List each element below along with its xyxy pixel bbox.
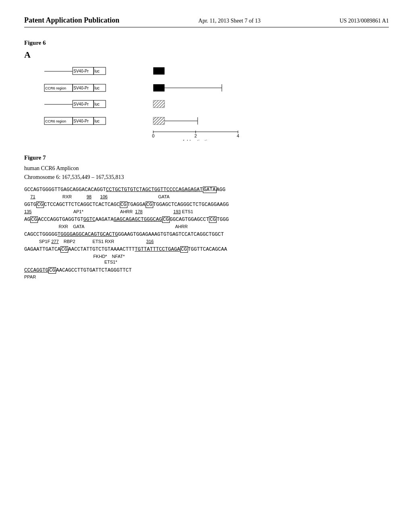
seq-line-1: GCCAGTGGGGTTGAGCAGGACACAGGTCCTGCTGTGTCTA… (24, 186, 389, 194)
svg-text:SV40-Pr: SV40-Pr (73, 86, 89, 90)
seq-line-3: AGCGACCCAGGTGAGGTGTGGTCAAGATAGAGCAGAGCTG… (24, 216, 389, 224)
publication-date-sheet: Apr. 11, 2013 Sheet 7 of 13 (198, 18, 261, 24)
seq-annot-3: RXR GATA AHRR (24, 224, 389, 229)
page-header: Patent Application Publication Apr. 11, … (24, 16, 389, 27)
figure6-svg: SV40-Pr luc CCR6 region SV40-Pr luc (40, 64, 266, 141)
figure7-label: Figure 7 (24, 154, 389, 161)
svg-rect-28 (153, 117, 165, 125)
figure6-label: Figure 6 (24, 39, 389, 46)
svg-text:SV40-Pr: SV40-Pr (73, 119, 89, 123)
svg-rect-21 (153, 100, 165, 108)
seq-annot-1: 71 RXR 98 106 GATA (24, 194, 389, 200)
dna-sequence-section: GCCAGTGGGGTTGAGCAGGACACAGGTCCTGCTGTGTCTA… (24, 186, 389, 280)
seq-block-6: CCCAGGTGCGAACAGCCTTGTGATTCTAGGGTTCT PPAR (24, 267, 389, 280)
seq-block-2: GGTGCGCTCCAGCTTCTCAGGCTCACTCAGCCGTGAGGAC… (24, 201, 389, 214)
seq-line-6: CCCAGGTGCGAACAGCCTTGTGATTCTAGGGTTCT (24, 267, 389, 274)
svg-text:luc: luc (94, 86, 100, 90)
seq-line-2: GGTGCGCTCCAGCTTCTCAGGCTCACTCAGCCGTGAGGAC… (24, 201, 389, 209)
seq-block-4: CAGCCTGGGGGTGGGGAGGCACAGTGCACTGGGAAGTGGA… (24, 231, 389, 244)
svg-text:4: 4 (237, 133, 239, 138)
figure7-title: human CCR6 Amplicon (24, 165, 389, 172)
seq-line-5: GAGAATTGATCACGAACCTATTGTCTGTAAAACTTTTGTT… (24, 246, 389, 254)
svg-text:2: 2 (194, 133, 197, 138)
publication-title: Patent Application Publication (24, 16, 119, 25)
seq-annot-2: 135 AP1* AHRR 178 193 ETS1 (24, 209, 389, 214)
figure7: Figure 7 human CCR6 Amplicon Chromosome … (24, 154, 389, 280)
publication-number: US 2013/0089861 A1 (340, 18, 389, 24)
figure6-chart: SV40-Pr luc CCR6 region SV40-Pr luc (40, 64, 389, 142)
seq-block-3: AGCGACCCAGGTGAGGTGTGGTCAAGATAGAGCAGAGCTG… (24, 216, 389, 229)
seq-annot-6: PPAR (24, 274, 389, 280)
seq-annot-5b: ETS1* (24, 259, 389, 265)
seq-block-5: GAGAATTGATCACGAACCTATTGTCTGTAAAACTTTTGTT… (24, 246, 389, 265)
svg-rect-5 (153, 67, 165, 75)
figure6: Figure 6 A SV40-Pr luc CCR6 region SV (24, 39, 389, 142)
seq-line-4: CAGCCTGGGGGTGGGGAGGCACAGTGCACTGGGAAGTGGA… (24, 231, 389, 239)
svg-text:luc: luc (94, 69, 100, 73)
svg-rect-12 (153, 84, 165, 91)
svg-text:x-fold activation: x-fold activation (179, 139, 212, 141)
figure6-sublabel: A (24, 50, 389, 60)
seq-annot-4: SP1F 277 RBP2 ETS1 RXR 316 (24, 239, 389, 244)
svg-text:luc: luc (94, 102, 100, 106)
figure7-subtitle: Chromosome 6: 167,535,449 – 167,535,813 (24, 174, 389, 181)
svg-text:SV40-Pr: SV40-Pr (73, 102, 89, 106)
svg-text:0: 0 (152, 133, 154, 138)
svg-text:CCR6 region: CCR6 region (45, 119, 66, 123)
seq-block-1: GCCAGTGGGGTTGAGCAGGACACAGGTCCTGCTGTGTCTA… (24, 186, 389, 200)
svg-text:luc: luc (94, 119, 100, 123)
svg-text:CCR6 region: CCR6 region (45, 86, 66, 90)
seq-annot-5a: FKHD* NFAT* (24, 254, 389, 259)
svg-text:SV40-Pr: SV40-Pr (73, 69, 89, 73)
